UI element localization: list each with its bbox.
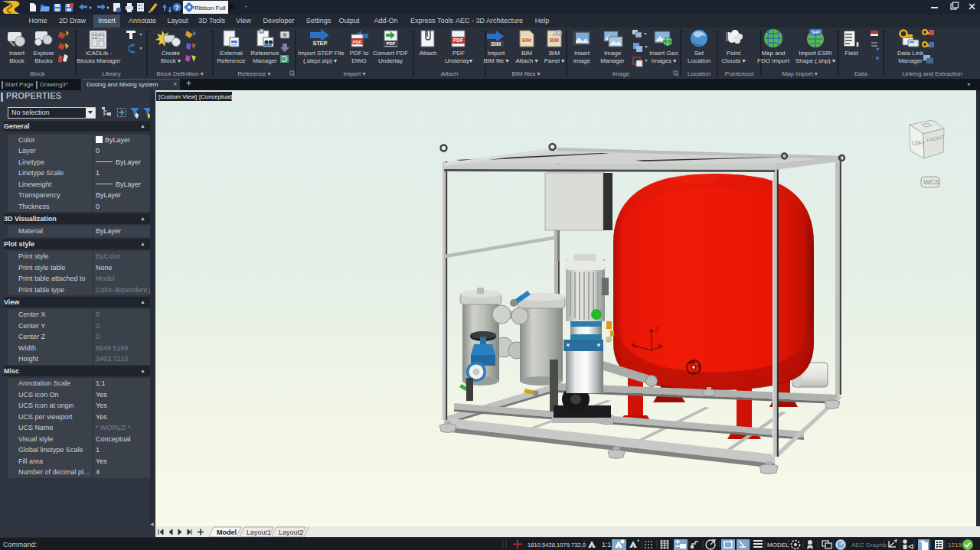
svg-text:1810.5428,1079.732,0: 1810.5428,1079.732,0: [528, 542, 586, 548]
svg-text:[Custom View]: [Custom View]: [158, 93, 197, 100]
svg-text:MODEL: MODEL: [767, 542, 789, 548]
svg-text:1219: 1219: [948, 542, 962, 548]
svg-text:[Conceptual]: [Conceptual]: [199, 93, 233, 100]
svg-text:WCS: WCS: [923, 178, 939, 186]
svg-text:Layout1: Layout1: [247, 529, 271, 536]
svg-text:Ribbon Full: Ribbon Full: [194, 5, 226, 11]
svg-text:?: ?: [175, 4, 179, 11]
svg-text:1:1: 1:1: [602, 541, 612, 548]
svg-text:Model: Model: [217, 529, 237, 536]
svg-text:Layout2: Layout2: [279, 529, 303, 536]
svg-text:AEC Graphic: AEC Graphic: [851, 542, 887, 548]
svg-text:Z: Z: [655, 326, 659, 334]
svg-text:LEFT: LEFT: [912, 140, 926, 146]
